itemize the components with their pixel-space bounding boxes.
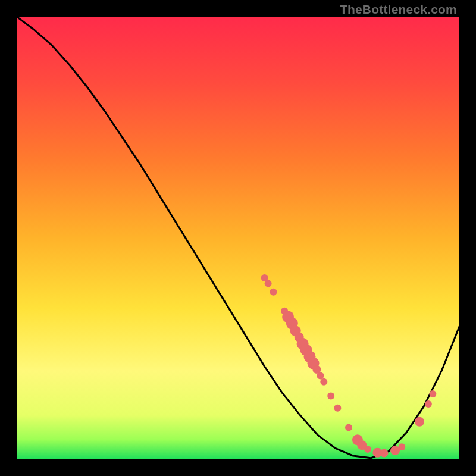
curve-marker [345, 424, 352, 431]
curve-marker [334, 405, 341, 412]
chart-frame [17, 17, 459, 459]
curve-marker [429, 390, 436, 397]
curve-marker [320, 378, 327, 386]
curve-marker [265, 280, 272, 287]
attribution-text: TheBottleneck.com [340, 2, 457, 17]
curve-marker [364, 446, 371, 453]
curve-marker [415, 417, 424, 427]
curve-marker [270, 289, 277, 296]
bottleneck-chart [17, 17, 459, 459]
curve-marker [398, 443, 405, 450]
curve-marker [327, 393, 334, 400]
curve-marker [425, 400, 432, 408]
curve-marker [317, 372, 324, 379]
curve-marker [380, 449, 389, 458]
